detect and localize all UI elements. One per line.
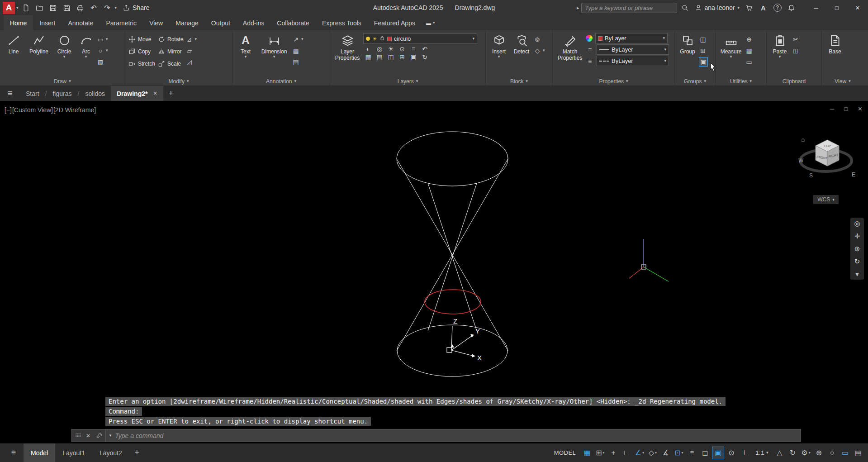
layer-state-button[interactable]: ▦ — [364, 54, 372, 60]
plot-button[interactable] — [74, 1, 86, 14]
text-button[interactable]: A Text ▾ — [235, 32, 256, 77]
layer-restore-button[interactable]: ↻ — [421, 54, 429, 60]
cut-button[interactable]: ✂ — [792, 34, 800, 44]
search-collapse-icon[interactable]: ▸ — [577, 5, 579, 10]
open-file-button[interactable] — [33, 1, 46, 14]
layout-tab-layout2[interactable]: Layout2 — [92, 443, 129, 462]
panel-footer-clipboard[interactable]: Clipboard — [767, 77, 821, 86]
steering-wheel-icon[interactable]: ◎ — [854, 220, 860, 227]
grid-toggle[interactable]: ▦ — [581, 447, 593, 459]
help-button[interactable]: ? — [771, 1, 783, 14]
panel-footer-draw[interactable]: Draw▾ — [0, 77, 125, 86]
ribbon-display-toggle[interactable]: ▬ ▾ — [422, 15, 440, 30]
close-button[interactable]: ✕ — [847, 0, 868, 15]
object-color-dropdown[interactable]: ByLayer ▾ — [595, 33, 668, 43]
command-customize-button[interactable] — [93, 432, 105, 439]
tab-solidos[interactable]: solidos — [79, 86, 111, 101]
panel-footer-utilities[interactable]: Utilities▾ — [716, 77, 766, 86]
model-space-viewport[interactable]: [−] [Custom View] [2D Wireframe] ─ □ ✕ — [0, 101, 868, 443]
isolate-objects-button[interactable]: ○ — [826, 447, 838, 459]
save-button[interactable] — [47, 1, 59, 14]
ribbon-tab-home[interactable]: Home — [4, 15, 33, 30]
layer-dropdown[interactable]: ☀ circulo ▾ — [363, 33, 477, 44]
polar-tracking-toggle[interactable]: ∠▾ — [633, 447, 645, 459]
layer-freeze-button[interactable]: ☀ — [387, 46, 395, 52]
id-point-button[interactable]: ⊕ — [745, 34, 753, 44]
model-space-toggle[interactable]: MODEL — [550, 447, 580, 459]
group-selection-toggle[interactable]: ▣ — [699, 57, 708, 67]
explode-button[interactable]: ◿ — [185, 57, 197, 67]
ribbon-tab-output[interactable]: Output — [205, 15, 237, 30]
polyline-button[interactable]: Polyline — [26, 32, 52, 77]
dynamic-input-toggle[interactable]: + — [607, 447, 619, 459]
graphics-performance-toggle[interactable]: ▭ — [839, 447, 851, 459]
tab-close-icon[interactable]: ✕ — [153, 90, 157, 96]
ortho-toggle[interactable]: ∟ — [620, 447, 632, 459]
doc-minimize-icon[interactable]: ─ — [830, 105, 834, 112]
layer-walk-button[interactable]: ▤ — [375, 54, 384, 60]
store-button[interactable] — [743, 1, 755, 14]
table-button[interactable]: ▦ — [292, 46, 304, 55]
redo-button[interactable]: ↷ — [101, 1, 114, 14]
viewport-visual-style-control[interactable]: [2D Wireframe] — [53, 106, 96, 114]
ribbon-tab-parametric[interactable]: Parametric — [100, 15, 143, 30]
new-drawing-button[interactable]: + — [163, 86, 179, 101]
layer-unisolate-button[interactable]: ▣ — [409, 54, 417, 60]
zoom-icon[interactable]: ⊕ — [854, 245, 860, 252]
ungroup-button[interactable]: ◫ — [699, 34, 708, 44]
share-button[interactable]: Share — [123, 4, 149, 11]
panel-footer-layers[interactable]: Layers▾ — [330, 77, 485, 86]
command-close-icon[interactable]: ✕ — [83, 433, 93, 439]
measure-button[interactable]: Measure ▾ — [718, 32, 744, 77]
layer-off-button[interactable]: ◐ — [364, 46, 372, 52]
qat-customize-chevron-icon[interactable]: ▾ — [115, 6, 117, 10]
ribbon-tab-featured-apps[interactable]: Featured Apps — [368, 15, 422, 30]
ribbon-tab-express-tools[interactable]: Express Tools — [316, 15, 368, 30]
annotation-monitor-toggle[interactable]: ⊕ — [813, 447, 825, 459]
ribbon-tab-annotate[interactable]: Annotate — [62, 15, 100, 30]
scale-button[interactable]: Scale — [157, 58, 184, 69]
status-menu-icon[interactable]: ≡ — [4, 443, 24, 462]
panel-footer-block[interactable]: Block▾ — [486, 77, 552, 86]
line-button[interactable]: Line — [2, 32, 25, 77]
base-button[interactable]: Base — [824, 32, 846, 77]
ribbon-tab-view[interactable]: View — [143, 15, 169, 30]
circle-button[interactable]: Circle ▾ — [53, 32, 76, 77]
object-snap-toggle[interactable]: ⊡▾ — [673, 447, 685, 459]
ribbon-tab-addins[interactable]: Add-ins — [237, 15, 270, 30]
rectangle-button[interactable]: ▭▾ — [96, 34, 108, 44]
lineweight-toggle[interactable]: ≡ — [686, 447, 698, 459]
new-file-button[interactable] — [20, 1, 32, 14]
annotation-scale-control[interactable]: 1:1▾ — [751, 447, 773, 459]
snap-toggle[interactable]: ⊞▾ — [594, 447, 606, 459]
doc-close-icon[interactable]: ✕ — [858, 105, 863, 112]
dynamic-ucs-toggle[interactable]: ⊥ — [738, 447, 750, 459]
autoscale-toggle[interactable]: ↻ — [787, 447, 799, 459]
rotate-button[interactable]: Rotate — [157, 33, 184, 45]
ellipse-button[interactable]: ○▾ — [96, 46, 108, 55]
layer-lock-button[interactable]: ⊙ — [398, 46, 406, 52]
viewcube[interactable]: ⌂ W S E TOP FRONT RIGHT — [789, 133, 866, 187]
panel-footer-properties[interactable]: Properties▾ — [553, 77, 674, 86]
orbit-icon[interactable]: ↻ — [854, 258, 860, 265]
save-as-button[interactable] — [61, 1, 73, 14]
workspace-switching-button[interactable]: ⚙▾ — [800, 447, 812, 459]
quick-calc-button[interactable]: ▦ — [745, 46, 753, 55]
annotation-visibility-toggle[interactable]: △ — [773, 447, 786, 459]
block-edit-button[interactable]: ⊚ — [533, 34, 545, 44]
match-properties-button[interactable]: Match Properties — [555, 32, 585, 77]
group-button[interactable]: Group — [677, 32, 698, 77]
search-button[interactable] — [679, 1, 691, 14]
lineweight-dropdown[interactable]: ByLayer ▾ — [597, 44, 669, 55]
panel-footer-annotation[interactable]: Annotation▾ — [232, 77, 330, 86]
leader-button[interactable]: ↗▾ — [292, 34, 304, 44]
layer-properties-button[interactable]: Layer Properties — [332, 32, 362, 77]
transparency-toggle[interactable]: ◻ — [699, 447, 711, 459]
detect-button[interactable]: Detect — [511, 32, 532, 77]
undo-button[interactable]: ↶ — [88, 1, 100, 14]
layout-tab-model[interactable]: Model — [24, 443, 55, 462]
mirror-button[interactable]: Mirror — [157, 46, 184, 57]
tab-start[interactable]: Start — [20, 86, 45, 101]
layer-delete-button[interactable]: ⊞ — [398, 54, 406, 60]
maximize-button[interactable]: □ — [826, 0, 847, 15]
